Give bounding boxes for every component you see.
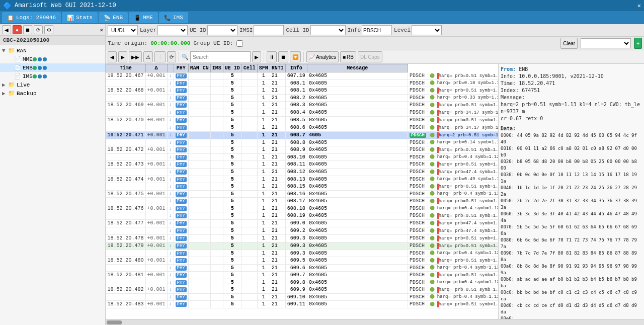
tree-item-ims[interactable]: 📄 IMS (0, 72, 105, 80)
log-table[interactable]: Time Δ PHY RAN CN IMS UE ID Cell SFN RNT… (106, 64, 498, 319)
table-row[interactable]: 18.52.20.472+0.001↓PHY5121608.90x4605PDS… (106, 146, 499, 153)
cell-phy: PHY (174, 94, 188, 101)
uldl-group: UL/DL (108, 25, 138, 35)
filter-button[interactable]: 🔽 (290, 51, 301, 62)
cell-freq: 609.10 (285, 293, 307, 300)
nav-end-button[interactable]: ▶▶ (129, 51, 142, 62)
table-row[interactable]: 18.52.20.482+0.001↓PHY5121609.90x4605PDS… (106, 286, 499, 293)
clear-button[interactable]: Clear (560, 38, 578, 49)
cell-freq: 609.11 (285, 300, 307, 308)
bottom-scrollbar[interactable] (106, 319, 644, 325)
record-button[interactable]: ● (13, 25, 22, 34)
table-row[interactable]: ↓PHY5121608.100x4605PDSCH🟢 harq= prb=0.4… (106, 153, 499, 160)
tree-item-enb[interactable]: 📄 ENB (0, 63, 105, 72)
ueid-select[interactable] (207, 25, 237, 35)
table-row[interactable]: 18:52:20.471+0.001↓PHY5121608.74605PDSCH… (106, 131, 499, 139)
cellid-select[interactable] (310, 25, 346, 35)
table-row[interactable]: 18.52.20.469+0.001↓PHY5121608.30x4605PDS… (106, 101, 499, 109)
cell-ueid: 5 (223, 153, 242, 160)
clear-select[interactable] (581, 38, 631, 48)
imsi-input[interactable] (254, 25, 284, 35)
ims-icon: 📞 (164, 15, 171, 21)
tab-ims[interactable]: 📞 IMS (159, 12, 188, 23)
cell-freq: 608.11 (285, 160, 307, 168)
cell-ims (210, 300, 223, 308)
layer-select[interactable] (157, 25, 188, 35)
table-row[interactable]: ↓PHY5121608.80x4605PDSCH🟢 harq= prb=0.14… (106, 139, 499, 146)
table-row[interactable]: 18.52.20.479+0.001↓PHY5121609.30x4605PDS… (106, 242, 499, 250)
table-row[interactable]: 18.52.20.477+0.001↓PHY5121609.00x4605PDS… (106, 219, 499, 227)
tree-item-mme[interactable]: 📄 MME (0, 55, 105, 63)
level-select[interactable] (412, 25, 442, 35)
table-row[interactable]: ↓PHY5121608.20x4605PDSCH🟢 harq= prb=0.33… (106, 94, 499, 101)
cell-cell (242, 212, 257, 219)
table-row[interactable]: 18.52.20.470+0.001↓PHY5121608.50x4605PDS… (106, 116, 499, 124)
table-row[interactable]: 18.52.20.476+0.001↓PHY5121608.180x4605PD… (106, 205, 499, 212)
table-row[interactable]: 18.52.20.475+0.001↓PHY5121608.160x4605PD… (106, 190, 499, 197)
tree-item-ran[interactable]: ▼ 📁 RAN (0, 46, 105, 55)
cell-phy: PHY (174, 197, 188, 205)
stop2-button[interactable]: ⏹ (278, 51, 288, 62)
close-panel-icon[interactable]: ✕ (100, 27, 103, 33)
pause-button[interactable]: ⏸ (267, 51, 277, 62)
table-row[interactable]: 18.52.20.481+0.001↓PHY5121609.70x4605PDS… (106, 271, 499, 279)
table-row[interactable]: ↓PHY5121609.60x4605PDSCH🟢 harq= prb=0.4 … (106, 264, 499, 271)
group-ueid-checkbox[interactable] (236, 40, 243, 47)
table-row[interactable]: 18.52.20.483+0.001↓PHY5121609.110x4605PD… (106, 300, 499, 308)
table-row[interactable]: 18.52.20.480+0.001↓PHY5121609.50x4605PDS… (106, 257, 499, 264)
refresh-button[interactable]: ⟳ (34, 25, 43, 34)
tab-logs[interactable]: 📋 Logs: 289046 (2, 12, 61, 23)
table-row[interactable]: ↓PHY5121608.170x4605PDSCH🟢 harq= prb=0.5… (106, 197, 499, 205)
cell-cellid: 0x4605 (307, 116, 408, 124)
warning-button[interactable]: ⚠ (143, 51, 153, 62)
close-icon[interactable]: ✕ (637, 2, 641, 10)
tree-item-live[interactable]: ▶ 📁 Live (0, 80, 105, 89)
table-row[interactable]: 18.52.20.474+0.001↓PHY5121608.130x4605PD… (106, 176, 499, 183)
analytics-button[interactable]: 📈 Analytics (306, 51, 339, 62)
rb-button[interactable]: ■ RB (340, 51, 356, 62)
cell-freq: 609.3 (285, 234, 307, 242)
nav-back-button[interactable]: ◀ (2, 25, 11, 34)
detail-message: Message: (501, 94, 642, 101)
tree-item-backup[interactable]: ▶ 📁 Backup (0, 89, 105, 98)
nav-next-button[interactable]: ▶ (118, 51, 127, 62)
tab-mme[interactable]: 📱 MME (129, 12, 158, 23)
search-go-button[interactable]: ▶ (252, 51, 261, 62)
alert-button[interactable]: ❕ (154, 51, 166, 62)
detail-panel: From: ENB Info: 10.0.0.185:9001, v2021-1… (498, 64, 644, 319)
scroll-thumb[interactable] (107, 320, 122, 324)
hex-line: 0070: 5b 5c 5d 5e 5f 60 61 62 63 64 65 6… (501, 224, 642, 237)
table-row[interactable]: ↓PHY5121609.30x4605PDSCH🟢 harq= prb=0.4 … (106, 250, 499, 257)
table-row[interactable]: ↓PHY5121609.100x4605PDSCH🟢 harq= prb=0.4… (106, 293, 499, 300)
table-row[interactable]: 18.52.20.467+0.001↓PHY5121607.190x4605PD… (106, 72, 499, 80)
refresh2-button[interactable]: ⟳ (167, 51, 176, 62)
table-row[interactable]: ↓PHY5121609.80x4605PDSCH🟢 harq= prb=0.4 … (106, 279, 499, 286)
table-row[interactable]: ↓PHY5121608.10x4605PDSCH🟢 harq= prb=0.18… (106, 79, 499, 87)
cell-ran (188, 242, 201, 250)
table-row[interactable]: 18.52.20.468+0.001↓PHY5121608.10x4605PDS… (106, 87, 499, 94)
table-row[interactable]: ↓PHY5121609.20x4605PDSCH🟢 harq= prb=47.4… (106, 227, 499, 234)
plus-button[interactable]: + (634, 38, 642, 49)
table-row[interactable]: 18.52.20.473+0.001↓PHY5121608.110x4605PD… (106, 160, 499, 168)
table-row[interactable]: 18.52.20.478+0.001↓PHY5121609.30x4605PDS… (106, 234, 499, 242)
tab-enb[interactable]: 📡 ENB (99, 12, 128, 23)
cell-rnti: 21 (270, 146, 285, 153)
search-input[interactable] (190, 51, 251, 62)
stop-button[interactable]: ⏹ (23, 25, 32, 34)
cell-rnti: 21 (270, 72, 285, 80)
table-row[interactable]: ↓PHY5121608.120x4605PDSCH🟢 harq= prb=47.… (106, 168, 499, 176)
nav-prev-button[interactable]: ◀ (108, 51, 117, 62)
cell-ims (210, 234, 223, 242)
info-input[interactable] (362, 25, 392, 35)
table-row[interactable]: ↓PHY5121608.150x4605PDSCH🟢 harq= prb=0.5… (106, 183, 499, 190)
dlcaps-button[interactable]: DL Caps (358, 51, 382, 62)
settings-button[interactable]: ⚙ (44, 25, 53, 34)
cell-cell (242, 250, 257, 257)
tab-stats[interactable]: 📊 Stats (62, 12, 98, 23)
uldl-select[interactable]: UL/DL (108, 25, 138, 35)
enb-icon: 📡 (104, 15, 111, 21)
cell-message: 🟢 harq= prb=0.51 symb=1.13 k1=4 nl=2 CW0… (428, 87, 498, 94)
table-row[interactable]: ↓PHY5121608.40x4605PDSCH🟢 harq= prb=34.1… (106, 109, 499, 116)
table-row[interactable]: ↓PHY5121608.190x4605PDSCH🟢 harq= prb=0.5… (106, 212, 499, 219)
table-row[interactable]: ↓PHY5121608.60x4605PDSCH🟢 harq= prb=34.1… (106, 124, 499, 131)
